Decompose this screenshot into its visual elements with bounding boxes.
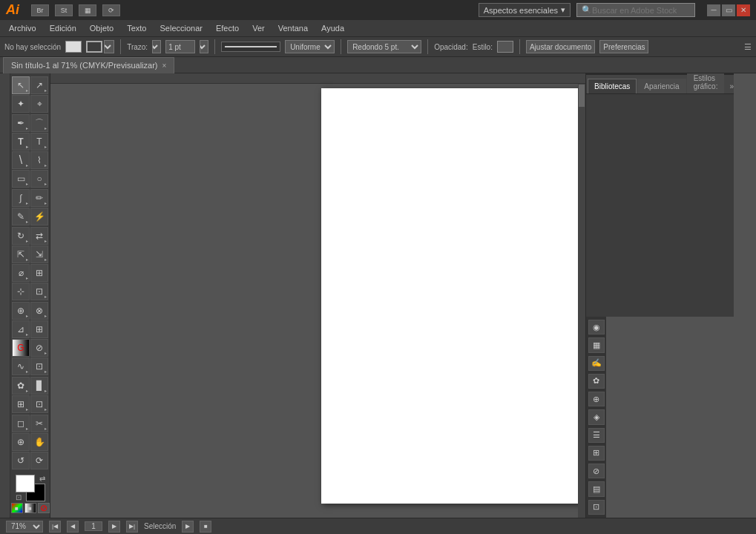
shaper-tool[interactable]: ⚡ [30,208,48,225]
shape-builder-tool[interactable]: ⊕▸ [12,302,30,320]
vertical-scroll-thumb[interactable] [579,85,585,107]
free-transform-tool[interactable]: ⊞ [30,264,48,282]
mesh-tool[interactable]: ⊞ [30,320,48,338]
perspective-tool[interactable]: ⊡▸ [30,283,48,300]
artboard-tool[interactable]: ⊞▸ [12,395,30,413]
text-tool[interactable]: T▸ [12,133,30,151]
artboards-icon[interactable]: ⊡ [588,500,605,515]
brushes-panel-icon[interactable]: ✍ [588,356,605,371]
nav-next-button[interactable]: ▶ [108,521,120,533]
gradient-fill-btn[interactable]: ■ [24,503,36,513]
stroke-style-select[interactable]: Uniforme [285,40,335,53]
live-paint-tool[interactable]: ⊗▸ [30,302,48,320]
document-tab[interactable]: Sin título-1 al 71% (CMYK/Previsualizar)… [3,57,174,73]
rect-tool[interactable]: ▭▸ [12,170,30,188]
tab-estilos[interactable]: Estilos gráfico: [687,73,725,93]
menu-edicion[interactable]: Edición [44,22,82,34]
canvas-area[interactable] [50,73,585,518]
swap-colors-icon[interactable]: ⇄ [39,475,45,483]
reshape-tool[interactable]: ⇲▸ [30,245,48,263]
stroke-swatch[interactable] [86,41,102,53]
magic-wand-tool[interactable]: ✦ [12,95,30,113]
pen-tool[interactable]: ✒▸ [12,114,30,132]
nav-last-button[interactable]: ▶| [126,521,138,533]
preferences-button[interactable]: Preferencias [599,40,648,53]
stroke-down-btn[interactable]: ▾ [200,40,208,53]
align-icon[interactable]: ☰ [588,428,605,443]
scale-tool[interactable]: ⇱▸ [12,245,30,263]
graphic-styles-icon[interactable]: ⊕ [588,392,605,406]
tab-close-button[interactable]: × [162,62,166,70]
menu-ver[interactable]: Ver [246,22,271,34]
menu-ayuda[interactable]: Ayuda [315,22,350,34]
zoom-tool[interactable]: ⊕ [12,433,30,451]
panel-more-button[interactable]: » [725,79,738,93]
symbols-panel-icon[interactable]: ✿ [588,374,605,389]
pathfinder-icon[interactable]: ⊘ [588,464,605,478]
paintbrush-tool[interactable]: ∫▸ [12,189,30,207]
stroke-value-input[interactable] [165,40,195,53]
lasso-tool[interactable]: ⌖ [30,95,48,113]
bridge-icon[interactable]: Br [31,4,49,16]
tab-apariencia[interactable]: Apariencia [637,79,686,93]
direct-select-tool[interactable]: ↗▸ [30,76,48,94]
select-tool[interactable]: ↖▸ [12,76,30,94]
menu-archivo[interactable]: Archivo [3,22,42,34]
perspective-grid-tool[interactable]: ⊿▸ [12,320,30,338]
rotate-view-tool[interactable]: ↺ [12,452,30,469]
search-input[interactable] [592,6,681,15]
sync-icon[interactable]: ⟳ [102,4,120,16]
stroke-style-preview[interactable] [221,42,280,52]
arc-tool[interactable]: ⌇▸ [30,151,48,169]
color-fill-btn[interactable]: ■ [11,503,23,513]
warp-tool[interactable]: ⌀▸ [12,264,30,282]
stroke-spinbox[interactable]: ▴ [104,40,114,53]
blob-tool[interactable]: ✏▸ [30,189,48,207]
workspace-select[interactable]: Aspectos esenciales ▾ [479,3,571,17]
stroke-up-btn[interactable]: ▴ [152,40,161,53]
hand-tool[interactable]: ✋ [30,433,48,451]
pencil-tool[interactable]: ✎▸ [12,208,30,225]
eraser-tool[interactable]: ◻▸ [12,415,30,432]
touch-type-tool[interactable]: T▸ [30,133,48,151]
nav-first-button[interactable]: |◀ [49,521,61,533]
layers-icon[interactable]: ▤ [588,481,605,496]
minimize-button[interactable]: ─ [707,4,720,16]
fill-swatch[interactable] [65,41,82,53]
puppet-warp-tool[interactable]: ⊹ [12,283,30,300]
swatches-panel-icon[interactable]: ▦ [588,337,605,352]
status-stop-button[interactable]: ■ [200,521,211,533]
cap-style-select[interactable]: Redondo 5 pt. [347,40,421,53]
gradient-tool[interactable]: G [12,339,30,357]
eyedropper-tool[interactable]: ⊘▸ [30,339,48,357]
status-play-button[interactable]: ▶ [182,521,194,533]
column-graph-tool[interactable]: ▊▸ [30,377,48,395]
color-panel-icon[interactable]: ◉ [588,320,605,334]
vertical-scrollbar[interactable] [578,84,585,518]
blend-tool[interactable]: ∿▸ [12,357,30,375]
scissors-tool[interactable]: ✂▸ [30,415,48,432]
menu-seleccionar[interactable]: Seleccionar [154,22,208,34]
reflect-tool[interactable]: ⇄▸ [30,227,48,245]
line-tool[interactable]: \▸ [12,151,30,169]
zoom-select[interactable]: 71% [6,521,43,533]
menu-efecto[interactable]: Efecto [210,22,245,34]
none-fill-btn[interactable]: ⊘ [38,503,50,513]
restore-button[interactable]: ▭ [722,4,735,16]
appearance-icon[interactable]: ◈ [588,409,605,424]
menu-texto[interactable]: Texto [121,22,152,34]
menu-objeto[interactable]: Objeto [84,22,119,34]
curvature-tool[interactable]: ⌒▸ [30,114,48,132]
default-colors-icon[interactable]: ⊡ [16,493,22,501]
tab-bibliotecas[interactable]: Bibliotecas [588,79,637,93]
search-box[interactable]: 🔍 [576,3,695,17]
panel-toggle-icon[interactable]: ☰ [744,42,752,52]
stock-icon[interactable]: St [55,4,73,16]
style-swatch[interactable] [497,41,513,53]
close-button[interactable]: ✕ [737,4,750,16]
ellipse-tool[interactable]: ○▸ [30,170,48,188]
adjust-document-button[interactable]: Ajustar documento [526,40,595,53]
live-paint-select-tool[interactable]: ⊡▸ [30,357,48,375]
foreground-swatch[interactable] [16,475,35,492]
slice-tool[interactable]: ⊡▸ [30,395,48,413]
